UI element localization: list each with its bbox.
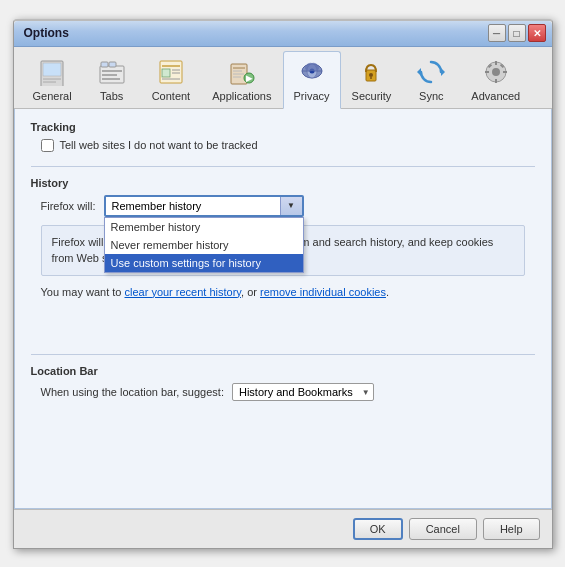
svg-point-33 [492, 68, 500, 76]
svg-rect-35 [495, 79, 497, 83]
cancel-button[interactable]: Cancel [409, 518, 477, 540]
tab-tabs-label: Tabs [100, 90, 123, 102]
tab-content[interactable]: Content [141, 51, 202, 108]
history-dropdown-button[interactable]: Remember history ▼ [104, 195, 304, 217]
tab-applications[interactable]: ▶ Applications [201, 51, 282, 108]
advanced-icon [480, 56, 512, 88]
privacy-icon [296, 56, 328, 88]
general-icon [36, 56, 68, 88]
svg-rect-9 [102, 78, 120, 80]
tabs-icon [96, 56, 128, 88]
tab-general[interactable]: General [22, 51, 83, 108]
tab-content-label: Content [152, 90, 191, 102]
tracking-checkbox-row: Tell web sites I do not want to be track… [41, 139, 535, 152]
svg-text:▶: ▶ [246, 74, 253, 83]
svg-rect-7 [102, 70, 122, 72]
history-section: History Firefox will: Remember history ▼… [31, 177, 535, 301]
svg-rect-36 [485, 71, 489, 73]
maximize-button[interactable]: □ [508, 24, 526, 42]
dropdown-option-never[interactable]: Never remember history [105, 236, 303, 254]
title-bar-buttons: ─ □ ✕ [488, 24, 546, 42]
window-title: Options [24, 26, 69, 40]
bottom-bar: OK Cancel Help [14, 509, 552, 548]
location-bar-row: When using the location bar, suggest: Hi… [41, 383, 535, 401]
history-dropdown-value: Remember history [112, 200, 202, 212]
content-icon [155, 56, 187, 88]
tab-sync[interactable]: Sync [402, 51, 460, 108]
title-bar: Options ─ □ ✕ [14, 21, 552, 47]
tab-sync-label: Sync [419, 90, 443, 102]
location-bar-section: Location Bar When using the location bar… [31, 365, 535, 401]
tracking-checkbox-label[interactable]: Tell web sites I do not want to be track… [60, 139, 258, 151]
svg-rect-5 [101, 62, 108, 67]
tab-privacy-label: Privacy [294, 90, 330, 102]
history-row: Firefox will: Remember history ▼ Remembe… [41, 195, 535, 217]
tab-security[interactable]: Security [341, 51, 403, 108]
remove-cookies-link[interactable]: remove individual cookies [260, 286, 386, 298]
help-button[interactable]: Help [483, 518, 540, 540]
tracking-title: Tracking [31, 121, 535, 133]
dropdown-option-custom[interactable]: Use custom settings for history [105, 254, 303, 272]
tracking-section: Tracking Tell web sites I do not want to… [31, 121, 535, 152]
link-prefix: You may want to [41, 286, 125, 298]
dropdown-option-remember[interactable]: Remember history [105, 218, 303, 236]
firefox-will-label: Firefox will: [41, 200, 96, 212]
history-dropdown-list: Remember history Never remember history … [104, 217, 304, 273]
clear-history-link[interactable]: clear your recent history [124, 286, 241, 298]
link-mid: , or [241, 286, 260, 298]
svg-rect-6 [109, 62, 116, 67]
tab-applications-label: Applications [212, 90, 271, 102]
tab-general-label: General [33, 90, 72, 102]
svg-point-28 [369, 73, 373, 77]
svg-rect-34 [495, 61, 497, 65]
applications-icon: ▶ [226, 56, 258, 88]
divider-2 [31, 354, 535, 355]
link-suffix: . [386, 286, 389, 298]
security-icon [355, 56, 387, 88]
tab-privacy[interactable]: Privacy [283, 51, 341, 109]
content-area: Tracking Tell web sites I do not want to… [14, 109, 552, 509]
sync-icon [415, 56, 447, 88]
svg-rect-12 [162, 69, 170, 77]
location-bar-title: Location Bar [31, 365, 535, 377]
history-title: History [31, 177, 535, 189]
history-dropdown[interactable]: Remember history ▼ Remember history Neve… [104, 195, 304, 217]
divider-1 [31, 166, 535, 167]
location-dropdown-arrow-icon: ▼ [362, 388, 370, 397]
tab-advanced[interactable]: Advanced [460, 51, 531, 108]
svg-marker-31 [417, 68, 421, 76]
options-window: Options ─ □ ✕ General [13, 19, 553, 549]
tracking-checkbox[interactable] [41, 139, 54, 152]
history-link-row: You may want to clear your recent histor… [41, 284, 525, 301]
tab-advanced-label: Advanced [471, 90, 520, 102]
minimize-button[interactable]: ─ [488, 24, 506, 42]
close-button[interactable]: ✕ [528, 24, 546, 42]
tab-tabs[interactable]: Tabs [83, 51, 141, 108]
svg-rect-1 [43, 63, 61, 76]
location-bar-dropdown-value: History and Bookmarks [239, 386, 353, 398]
toolbar: General Tabs [14, 47, 552, 109]
location-bar-label: When using the location bar, suggest: [41, 386, 224, 398]
svg-rect-37 [503, 71, 507, 73]
ok-button[interactable]: OK [353, 518, 403, 540]
tab-security-label: Security [352, 90, 392, 102]
svg-rect-8 [102, 74, 117, 76]
location-bar-dropdown[interactable]: History and Bookmarks ▼ [232, 383, 374, 401]
svg-marker-30 [441, 68, 445, 76]
dropdown-arrow-icon: ▼ [280, 197, 302, 215]
